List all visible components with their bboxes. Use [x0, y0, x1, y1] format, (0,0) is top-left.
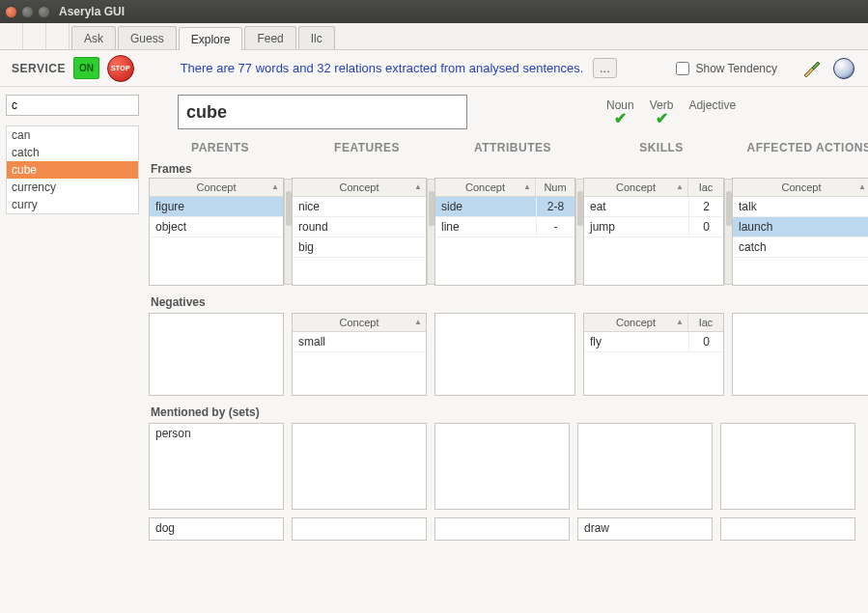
mentioned-cell[interactable]: draw — [577, 517, 713, 541]
word-list-item[interactable]: cube — [7, 161, 138, 179]
table-row[interactable]: small — [293, 332, 426, 352]
table-row[interactable]: nice — [293, 197, 426, 217]
mentioned-cell[interactable] — [720, 423, 855, 510]
tab-explore[interactable]: Explore — [179, 27, 243, 50]
left-panel: can catch cube currency curry — [0, 87, 145, 613]
window-maximize-icon[interactable] — [39, 7, 49, 17]
affected-table[interactable]: Concept▲ talk launch catch — [732, 178, 868, 286]
word-list[interactable]: can catch cube currency curry — [6, 125, 139, 214]
frames-label: Frames — [151, 162, 858, 176]
th-concept[interactable]: Concept▲ — [733, 179, 868, 196]
neg-attributes-table[interactable] — [434, 313, 575, 396]
tab-guess[interactable]: Guess — [118, 26, 177, 49]
service-on-button[interactable]: ON — [73, 57, 99, 79]
status-bar: SERVICE ON STOP There are 77 words and 3… — [0, 50, 868, 87]
mentioned-row-2: dog draw — [149, 517, 858, 541]
mentioned-cell[interactable] — [434, 517, 570, 541]
search-input[interactable] — [6, 95, 139, 116]
table-row[interactable]: catch — [733, 237, 868, 258]
table-row[interactable]: figure — [150, 197, 283, 217]
sort-caret-icon: ▲ — [523, 182, 531, 191]
features-table[interactable]: Concept▲ nice round big — [292, 178, 427, 286]
mentioned-cell[interactable] — [292, 423, 427, 510]
toolbar: Ask Guess Explore Feed Ilc — [0, 23, 868, 50]
status-text: There are 77 words and 32 relations extr… — [142, 61, 656, 75]
brush-icon[interactable] — [798, 56, 824, 81]
th-concept[interactable]: Concept▲ — [150, 179, 283, 196]
toolbar-spacer — [0, 23, 70, 49]
mentioned-cell[interactable]: person — [149, 423, 284, 510]
check-icon: ✔ — [650, 112, 674, 125]
th-num[interactable]: Num — [536, 179, 574, 196]
table-row[interactable]: fly0 — [584, 332, 723, 352]
neg-affected-table[interactable] — [732, 313, 868, 396]
globe-icon[interactable] — [831, 56, 856, 81]
attributes-table[interactable]: Concept▲ Num side2-8 line- — [434, 178, 575, 286]
skills-table[interactable]: Concept▲ Iac eat2 jump0 — [583, 178, 724, 286]
sort-caret-icon: ▲ — [414, 182, 422, 191]
negatives-label: Negatives — [151, 295, 858, 309]
window-close-icon[interactable] — [6, 7, 16, 17]
sort-caret-icon: ▲ — [676, 182, 684, 191]
table-row[interactable]: jump0 — [584, 217, 723, 237]
tab-ask[interactable]: Ask — [71, 26, 116, 49]
sort-caret-icon: ▲ — [676, 318, 684, 326]
neg-parents-table[interactable] — [149, 313, 284, 396]
th-concept[interactable]: Concept▲ — [293, 179, 426, 196]
mentioned-cell[interactable] — [292, 517, 427, 541]
th-iac[interactable]: Iac — [688, 179, 723, 196]
sort-caret-icon: ▲ — [414, 318, 422, 326]
table-row[interactable]: big — [293, 237, 426, 258]
sort-caret-icon: ▲ — [271, 182, 279, 191]
toolbar-blank-button[interactable] — [46, 23, 70, 49]
parents-table[interactable]: Concept▲ figure object — [149, 178, 284, 286]
table-row[interactable]: line- — [435, 217, 574, 237]
header-attributes: ATTRIBUTES — [442, 141, 583, 154]
header-skills: SKILLS — [591, 141, 732, 154]
toolbar-blank-button[interactable] — [0, 23, 23, 49]
th-concept[interactable]: Concept▲ — [293, 314, 426, 331]
check-icon: ✔ — [606, 112, 634, 125]
main-tabs: Ask Guess Explore Feed Ilc — [71, 23, 337, 49]
table-row[interactable]: object — [150, 217, 283, 237]
pos-indicators: Noun ✔ Verb ✔ Adjective — [606, 98, 736, 125]
th-iac[interactable]: Iac — [688, 314, 723, 331]
mentioned-cell[interactable] — [577, 423, 713, 510]
mentioned-label: Mentioned by (sets) — [151, 405, 858, 419]
mentioned-cell[interactable] — [434, 423, 570, 510]
frames-row: Concept▲ figure object Concept▲ nice rou… — [149, 178, 858, 286]
mentioned-cell[interactable]: dog — [149, 517, 284, 541]
service-stop-button[interactable]: STOP — [107, 55, 134, 82]
table-row[interactable]: launch — [733, 217, 868, 237]
tab-feed[interactable]: Feed — [244, 26, 295, 49]
mentioned-cell[interactable] — [720, 517, 855, 541]
table-row[interactable]: talk — [733, 197, 868, 217]
th-concept[interactable]: Concept▲ — [584, 314, 688, 331]
show-tendency-toggle[interactable]: Show Tendency — [676, 62, 777, 75]
toolbar-blank-button[interactable] — [23, 23, 46, 49]
current-word-box: cube — [178, 95, 467, 129]
window-minimize-icon[interactable] — [22, 7, 33, 17]
th-concept[interactable]: Concept▲ — [584, 179, 688, 196]
header-features: FEATURES — [299, 141, 434, 154]
window-titlebar: Aseryla GUI — [0, 0, 868, 23]
word-list-item[interactable]: curry — [7, 196, 138, 213]
main-area: can catch cube currency curry cube Noun … — [0, 87, 868, 613]
column-headers: PARENTS FEATURES ATTRIBUTES SKILLS AFFEC… — [149, 141, 858, 154]
right-panel: cube Noun ✔ Verb ✔ Adjective PARENTS FEA… — [145, 87, 868, 613]
show-tendency-checkbox[interactable] — [676, 62, 689, 75]
word-list-item[interactable]: catch — [7, 144, 138, 161]
negatives-row: Concept▲ small Concept▲ Iac fly0 — [149, 313, 858, 396]
table-row[interactable]: side2-8 — [435, 197, 574, 217]
word-list-item[interactable]: currency — [7, 179, 138, 196]
th-concept[interactable]: Concept▲ — [435, 179, 536, 196]
table-row[interactable]: round — [293, 217, 426, 237]
neg-features-table[interactable]: Concept▲ small — [292, 313, 427, 396]
neg-skills-table[interactable]: Concept▲ Iac fly0 — [583, 313, 724, 396]
tab-ilc[interactable]: Ilc — [298, 26, 335, 49]
table-row[interactable]: eat2 — [584, 197, 723, 217]
status-more-button[interactable]: ... — [593, 58, 617, 78]
word-list-item[interactable]: can — [7, 126, 138, 144]
header-affected: AFFECTED ACTIONS — [740, 141, 868, 154]
service-label: SERVICE — [12, 62, 66, 75]
